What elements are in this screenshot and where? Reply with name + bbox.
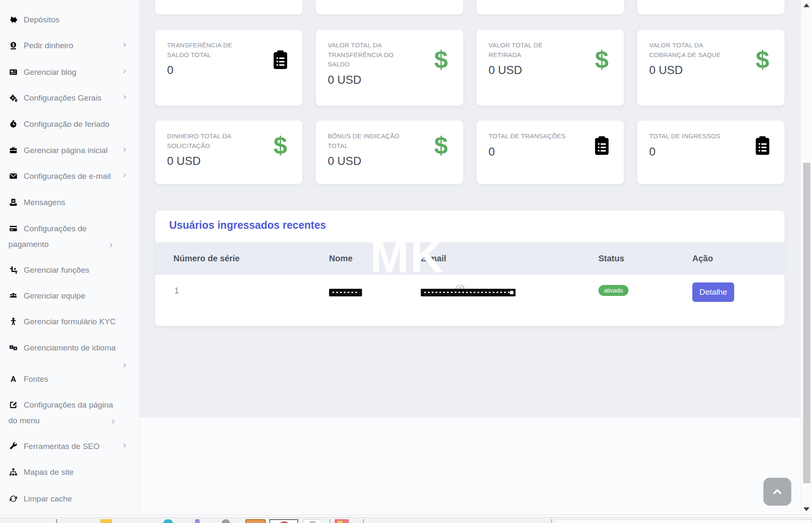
stat-card-title: TRANSFERÊNCIA DE SALDO TOTAL <box>167 41 254 60</box>
taskbar-app-icon[interactable] <box>335 519 349 523</box>
recent-users-title: Usuários ingressados recentes <box>169 219 326 231</box>
sidebar-item-ferramentas-seo[interactable]: Ferramentas de SEO <box>8 441 128 452</box>
chevron-right-icon <box>122 68 128 74</box>
taskbar-app-icon[interactable] <box>163 519 173 523</box>
sidebar-item-configuracoes-email[interactable]: Configurações de e-mail <box>8 170 128 182</box>
taskbar-app-icon[interactable] <box>222 519 230 523</box>
stat-card-stub <box>155 0 302 14</box>
ballot-check-icon <box>8 197 18 207</box>
sidebar-item-fontes[interactable]: Fontes <box>8 373 128 385</box>
stat-card-title: TOTAL DE INGRESSOS <box>649 131 736 141</box>
sidebar-item-gerenciar-equipe[interactable]: Gerenciar equipe <box>8 290 128 301</box>
stat-card-dinheiro-solicitacao: DINHEIRO TOTAL DA SOLICITAÇÃO 0 USD $ <box>155 120 302 184</box>
stat-card-value: 0 USD <box>328 155 451 168</box>
taskbar-app-icon[interactable] <box>100 519 112 523</box>
dollar-icon: $ <box>274 133 287 158</box>
sidebar-item-gerenciar-blog[interactable]: Gerenciar blog <box>8 66 128 78</box>
sitemap-icon <box>8 467 18 477</box>
taskbar-divider <box>363 519 364 523</box>
sidebar-item-configuracao-feriado[interactable]: Configuração de feriado <box>8 118 128 130</box>
stat-card-stub <box>637 0 785 14</box>
column-header-email: E-mail <box>421 254 598 263</box>
sidebar-item-label: Configurações Gerais <box>24 93 102 102</box>
stat-card-total-ingressos: TOTAL DE INGRESSOS 0 <box>637 120 785 184</box>
stat-card-title: DINHEIRO TOTAL DA SOLICITAÇÃO <box>167 131 254 151</box>
stat-card-title: VALOR TOTAL DE RETIRADA <box>488 41 575 60</box>
sidebar-item-label: Gerenciar página inicial <box>24 146 108 155</box>
piggy-bank-icon <box>8 15 18 25</box>
column-header-acao: Ação <box>692 254 785 263</box>
stat-card-value: 0 USD <box>328 74 451 87</box>
font-icon <box>8 374 18 384</box>
sidebar-item-label: Fontes <box>24 375 48 383</box>
cell-nome <box>329 275 421 296</box>
taskbar-app-icon[interactable] <box>195 519 200 523</box>
sidebar-item-label: Configurações de e-mail <box>24 172 111 181</box>
stat-card-total-transacoes: TOTAL DE TRANSAÇÕES 0 <box>477 120 624 184</box>
column-header-status: Status <box>598 254 692 263</box>
sidebar-item-gerenciamento-idioma[interactable]: Gerenciamento de idioma <box>8 342 128 353</box>
sidebar-item-mensagens[interactable]: Mensagens <box>8 197 128 208</box>
stat-card-transferencia-saldo: TRANSFERÊNCIA DE SALDO TOTAL 0 <box>155 30 302 106</box>
stat-card-cobranca-saque: VALOR TOTAL DA COBRANÇA DE SAQUE 0 USD $ <box>637 30 785 106</box>
table-header-row: Número de série Nome E-mail Status Ação <box>155 242 785 275</box>
column-header-serial: Número de série <box>155 254 329 263</box>
scrollbar-thumb[interactable] <box>803 163 810 483</box>
dollar-icon: $ <box>434 47 448 72</box>
sidebar-item-label: Gerenciar formulário KYC <box>24 317 116 326</box>
taskbar-divider <box>56 519 57 523</box>
chevron-up-icon <box>771 485 784 498</box>
recent-users-card: Usuários ingressados recentes Número de … <box>155 211 785 326</box>
clipboard-list-icon <box>592 134 612 158</box>
stat-card-title: TOTAL DE TRANSAÇÕES <box>488 131 575 141</box>
sidebar-item-label: Pedir dinheiro <box>24 41 73 50</box>
sidebar-item-formulario-kyc[interactable]: Gerenciar formulário KYC <box>8 316 128 327</box>
users-icon <box>8 291 18 301</box>
sidebar-item-label: Limpar cache <box>24 494 72 503</box>
dashboard-main: TRANSFERÊNCIA DE SALDO TOTAL 0 VALOR TOT… <box>140 0 801 515</box>
taskbar-app-button[interactable] <box>303 519 322 523</box>
chevron-right-icon <box>122 362 128 368</box>
taskbar-active-app[interactable] <box>269 519 298 523</box>
os-taskbar <box>0 517 812 523</box>
sidebar-item-label: Gerenciar funções <box>24 266 89 274</box>
vertical-scrollbar[interactable] <box>801 0 812 515</box>
sidebar-item-mapas-de-site[interactable]: Mapas de site <box>8 466 128 478</box>
sidebar-item-label: Configurações da página do menu <box>8 400 113 425</box>
sidebar-item-gerenciar-funcoes[interactable]: Gerenciar funções <box>8 264 128 276</box>
credit-card-icon <box>8 224 18 233</box>
scrollbar-up-arrow-icon[interactable] <box>804 3 809 7</box>
scrollbar-down-arrow-icon[interactable] <box>804 507 809 511</box>
sidebar-item-label: Configurações de pagamento <box>8 224 87 249</box>
gears-icon <box>8 93 18 103</box>
column-header-nome: Nome <box>329 254 421 263</box>
browser-viewport: Depósitos Pedir dinheiro Gerenciar blog … <box>0 0 812 515</box>
sidebar-item-configuracoes-pagamento[interactable]: Configurações de pagamento <box>8 221 114 252</box>
sidebar-item-label: Ferramentas de SEO <box>24 442 100 451</box>
detail-button[interactable]: Detalhe <box>692 282 734 302</box>
envelope-icon <box>8 171 18 181</box>
chevron-right-icon <box>110 419 116 424</box>
dollar-icon: $ <box>434 133 448 158</box>
hand-holding-dollar-icon <box>8 41 18 50</box>
chevron-right-icon <box>122 147 128 153</box>
taskbar-tray-area[interactable] <box>555 519 812 523</box>
stopwatch-icon <box>8 119 18 129</box>
stat-card-title: VALOR TOTAL DA TRANSFERÊNCIA DO SALDO <box>328 41 414 69</box>
sidebar-item-depositos[interactable]: Depósitos <box>8 14 128 25</box>
sidebar-item-configuracoes-gerais[interactable]: Configurações Gerais <box>8 92 128 104</box>
sidebar-item-configuracoes-pagina-menu[interactable]: Configurações da página do menu <box>8 397 116 428</box>
sidebar-item-limpar-cache[interactable]: Limpar cache <box>8 493 128 504</box>
stat-cards-row-clipped <box>155 0 785 14</box>
taskbar-app-icon[interactable] <box>245 519 266 523</box>
scroll-to-top-button[interactable] <box>763 478 791 506</box>
dollar-icon: $ <box>756 47 769 72</box>
sidebar-item-label: Gerenciar blog <box>24 68 77 77</box>
table-row: 1 @ ativado Detalhe <box>155 275 785 325</box>
stat-card-title: BÔNUS DE INDICAÇÃO TOTAL <box>328 131 414 151</box>
stat-card-title: VALOR TOTAL DA COBRANÇA DE SAQUE <box>649 41 736 60</box>
sidebar-item-pedir-dinheiro[interactable]: Pedir dinheiro <box>8 40 128 51</box>
sidebar-item-pagina-inicial[interactable]: Gerenciar página inicial <box>8 145 128 156</box>
admin-sidebar: Depósitos Pedir dinheiro Gerenciar blog … <box>0 0 140 515</box>
dollar-icon: $ <box>595 47 609 72</box>
